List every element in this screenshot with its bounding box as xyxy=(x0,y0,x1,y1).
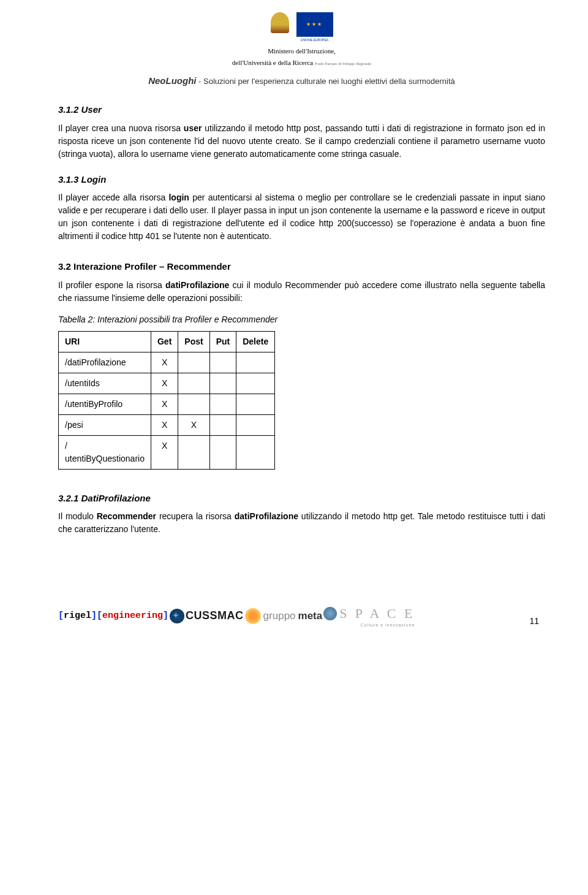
section-login-heading: 3.1.3 Login xyxy=(58,173,545,187)
cell-get: X xyxy=(151,373,178,394)
cell-get: X xyxy=(151,435,178,469)
interaction-table: URI Get Post Put Delete /datiProfilazion… xyxy=(58,331,275,470)
cell-put xyxy=(209,435,236,469)
document-title: NeoLuoghi - Soluzioni per l'esperienza c… xyxy=(58,74,545,88)
cell-uri: /pesi xyxy=(59,414,151,435)
col-put: Put xyxy=(209,331,236,352)
ministero-line2: dell'Università e della Ricerca Fondo Eu… xyxy=(58,58,545,68)
col-post: Post xyxy=(178,331,209,352)
cell-uri: /utentiByProfilo xyxy=(59,394,151,414)
table-row: /utentiByProfilo X xyxy=(59,394,275,414)
cell-get: X xyxy=(151,394,178,414)
fondo-label: Fondo Europeo di Sviluppo Regionale xyxy=(315,62,371,66)
cell-delete xyxy=(236,394,275,414)
section-dati-heading: 3.2.1 DatiProfilazione xyxy=(58,492,545,506)
cell-uri: /utentiIds xyxy=(59,373,151,394)
page-footer: [rigel][engineering] CUSSMAC gruppometa … xyxy=(58,603,545,629)
table-row: /utentiIds X xyxy=(59,373,275,394)
cell-put xyxy=(209,394,236,414)
footer-logos: [rigel][engineering] CUSSMAC gruppometa … xyxy=(58,603,415,629)
section-interaction-para: Il profiler espone la risorsa datiProfil… xyxy=(58,279,545,305)
cell-post xyxy=(178,394,209,414)
cell-post xyxy=(178,435,209,469)
cell-get: X xyxy=(151,414,178,435)
ministero-line1: Ministero dell'Istruzione, xyxy=(58,46,545,56)
cell-get: X xyxy=(151,352,178,373)
cussmac-logo-icon: CUSSMAC xyxy=(170,607,244,624)
table-caption: Tabella 2: Interazioni possibili tra Pro… xyxy=(58,313,545,326)
eu-flag-icon xyxy=(296,12,333,37)
cell-put xyxy=(209,373,236,394)
cell-delete xyxy=(236,352,275,373)
space-sphere-icon xyxy=(323,607,337,620)
section-dati-para: Il modulo Recommender recupera la risors… xyxy=(58,510,545,536)
gruppometa-flame-icon xyxy=(245,608,261,624)
cell-post xyxy=(178,373,209,394)
header-logos: UNIONE EUROPEA xyxy=(58,12,545,43)
table-row: /datiProfilazione X xyxy=(59,352,275,373)
section-login-para: Il player accede alla risorsa login per … xyxy=(58,191,545,243)
cell-delete xyxy=(236,435,275,469)
table-header-row: URI Get Post Put Delete xyxy=(59,331,275,352)
table-row: /pesi X X xyxy=(59,414,275,435)
gruppometa-logo-icon: gruppometa xyxy=(245,608,323,624)
rigel-logo-icon: [rigel][engineering] xyxy=(58,609,168,623)
cell-post xyxy=(178,352,209,373)
cell-post: X xyxy=(178,414,209,435)
cell-put xyxy=(209,414,236,435)
cussmac-sphere-icon xyxy=(170,609,184,623)
space-subtitle: Cultura e innovazione xyxy=(323,622,415,629)
cell-uri: /datiProfilazione xyxy=(59,352,151,373)
table-row: / utentiByQuestionario X xyxy=(59,435,275,469)
col-get: Get xyxy=(151,331,178,352)
cell-uri: / utentiByQuestionario xyxy=(59,435,151,469)
section-interaction-heading: 3.2 Interazione Profiler – Recommender xyxy=(58,260,545,274)
eu-label: UNIONE EUROPEA xyxy=(296,38,333,43)
italy-coat-icon xyxy=(271,12,289,33)
brand-name: NeoLuoghi xyxy=(148,75,196,86)
page-number: 11 xyxy=(529,615,539,629)
section-user-para: Il player crea una nuova risorsa user ut… xyxy=(58,122,545,161)
col-uri: URI xyxy=(59,331,151,352)
document-header: UNIONE EUROPEA Ministero dell'Istruzione… xyxy=(58,12,545,68)
cell-delete xyxy=(236,414,275,435)
cell-delete xyxy=(236,373,275,394)
space-logo-icon: S P A C E Cultura e innovazione xyxy=(323,603,415,629)
tagline: Soluzioni per l'esperienza culturale nei… xyxy=(203,77,455,86)
section-user-heading: 3.1.2 User xyxy=(58,103,545,117)
col-delete: Delete xyxy=(236,331,275,352)
cell-put xyxy=(209,352,236,373)
